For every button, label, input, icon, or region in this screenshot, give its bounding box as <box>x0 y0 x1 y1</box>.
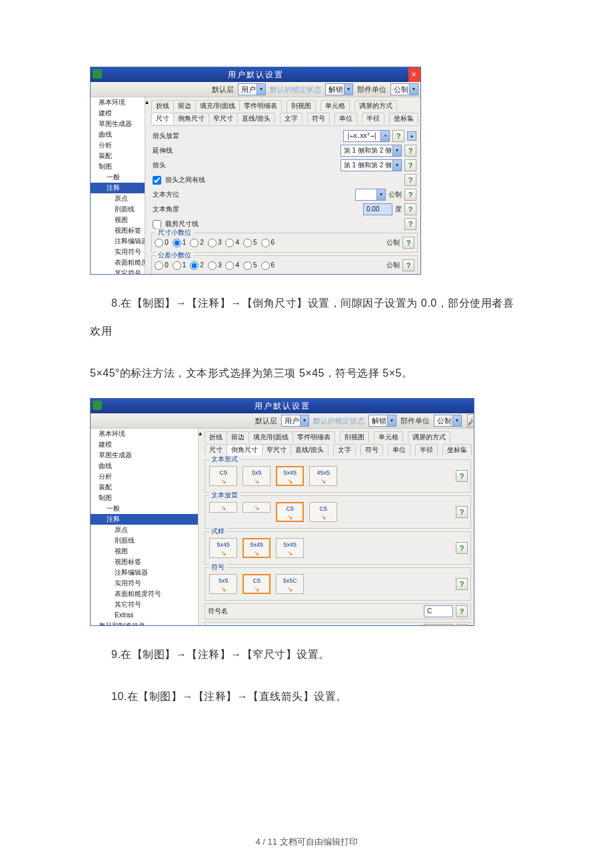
option-chip[interactable]: 5x5↘ <box>243 466 271 486</box>
tree-item[interactable]: 基本环境 <box>91 429 198 439</box>
help-icon[interactable]: ? <box>392 130 404 142</box>
option-chip[interactable]: C5↘ <box>276 502 304 522</box>
tree-item[interactable]: 原点 <box>91 193 145 204</box>
tab[interactable]: 留边 <box>227 431 249 443</box>
help-icon[interactable]: ? <box>402 259 414 271</box>
tab[interactable]: 零件明细表 <box>239 100 282 111</box>
tab[interactable]: 半径 <box>362 113 384 124</box>
tab[interactable]: 单元格 <box>320 100 350 111</box>
gap-checkbox[interactable] <box>153 176 161 185</box>
tab[interactable]: 窄尺寸 <box>262 444 291 455</box>
help-icon[interactable]: ? <box>456 506 468 518</box>
option-chip[interactable]: ↘ <box>209 502 237 513</box>
tb-user-select[interactable]: 用户 <box>238 83 266 95</box>
tab[interactable]: 文字 <box>280 113 303 124</box>
text-dir-select[interactable] <box>355 189 386 201</box>
tb-unlock-select[interactable]: 解锁 <box>368 415 396 427</box>
tree-item[interactable]: 制图 <box>91 161 145 172</box>
tab[interactable]: 零件明细表 <box>293 431 335 443</box>
help-icon[interactable]: ? <box>404 159 416 171</box>
tab[interactable]: 折线 <box>151 100 174 111</box>
tab[interactable]: 符号 <box>360 444 383 455</box>
tab[interactable]: 直线/箭头 <box>237 113 275 124</box>
tree-item[interactable]: Extras <box>91 610 198 621</box>
tree-item[interactable]: 其它符号 <box>91 599 198 610</box>
tree-item[interactable]: 曲线 <box>91 461 198 471</box>
option-chip[interactable]: 5x45↘ <box>209 538 237 558</box>
tab[interactable]: 填充/剖面线 <box>249 431 293 443</box>
tree-item[interactable]: 实用符号 <box>91 578 198 589</box>
trim-checkbox[interactable] <box>153 220 161 229</box>
tab[interactable]: 折线 <box>205 431 227 443</box>
help-icon[interactable]: ? <box>402 237 414 249</box>
tree-item[interactable]: 基本环境 <box>91 97 145 108</box>
option-chip[interactable]: 5x45↘ <box>276 538 304 558</box>
tree-item[interactable]: 剖面线 <box>91 204 145 215</box>
tb-unit-select[interactable]: 公制 <box>434 415 462 427</box>
radio-option[interactable]: 1 <box>173 261 187 270</box>
option-chip[interactable]: ↘ <box>243 502 271 513</box>
symbol-name-input[interactable]: C <box>424 605 453 617</box>
tab[interactable]: 直线/箭头 <box>291 444 328 455</box>
help-icon[interactable]: ? <box>404 203 416 215</box>
sidebar-tree[interactable]: 基本环境建模草图生成器曲线分析装配制图一般注释原点剖面线视图视图标签注释编辑器实… <box>91 429 199 626</box>
tree-item[interactable]: 表面粗糙度符号 <box>91 589 198 599</box>
tree-item[interactable]: 注释 <box>91 183 145 193</box>
text-angle-input[interactable]: 0.00 <box>363 203 392 215</box>
tab[interactable]: 坐标集 <box>442 444 472 455</box>
tree-item[interactable]: 建模 <box>91 439 198 450</box>
tab[interactable]: 留边 <box>173 100 196 111</box>
radio-option[interactable]: 5 <box>243 238 257 247</box>
arrow-place-select[interactable]: |←x.xx²→| <box>343 130 390 142</box>
option-chip[interactable]: 45x5↘ <box>309 466 337 486</box>
arrow-select[interactable]: 第 1 侧和第 2 侧 <box>340 159 402 171</box>
radio-option[interactable]: 3 <box>208 238 222 247</box>
radio-option[interactable]: 6 <box>261 261 275 270</box>
tab[interactable]: 符号 <box>307 113 330 124</box>
scroll-up-icon[interactable]: ▴ <box>407 131 416 141</box>
option-chip[interactable]: C5↘ <box>243 574 271 594</box>
radio-option[interactable]: 5 <box>243 261 257 270</box>
tree-item[interactable]: 视图标签 <box>91 225 145 236</box>
tree-item[interactable]: 注释 <box>91 514 198 525</box>
tree-item[interactable]: 其它符号 <box>91 268 145 275</box>
gap-factor-input[interactable]: 0.0 <box>424 624 453 626</box>
tree-item[interactable]: 实用符号 <box>91 247 145 257</box>
close-icon[interactable]: × <box>408 67 420 82</box>
tree-item[interactable]: 产品和制造信息 <box>91 621 198 626</box>
radio-option[interactable]: 0 <box>155 261 169 270</box>
tab[interactable]: 剖视图 <box>340 431 369 443</box>
tab[interactable]: 尺寸 <box>205 444 227 455</box>
radio-option[interactable]: 0 <box>155 238 169 247</box>
help-icon[interactable]: ? <box>456 542 468 554</box>
tab[interactable]: 单位 <box>334 113 357 124</box>
option-chip[interactable]: 5x45↘ <box>243 538 271 558</box>
tab[interactable]: 单元格 <box>374 431 403 443</box>
tree-item[interactable]: 一般 <box>91 503 198 514</box>
tab[interactable]: 剖视图 <box>287 100 316 111</box>
option-chip[interactable]: 5x5↘ <box>209 574 237 594</box>
tab[interactable]: 坐标集 <box>389 113 418 124</box>
help-icon[interactable]: ? <box>404 145 416 157</box>
radio-option[interactable]: 4 <box>225 261 239 270</box>
help-icon[interactable]: ? <box>456 578 468 590</box>
tab[interactable]: 调屏的方式 <box>354 100 397 111</box>
radio-option[interactable]: 2 <box>190 238 204 247</box>
tree-item[interactable]: 装配 <box>91 482 198 493</box>
tree-item[interactable]: 草图生成器 <box>91 119 145 129</box>
tree-item[interactable]: 视图标签 <box>91 557 198 567</box>
tab[interactable]: 填充/剖面线 <box>195 100 240 111</box>
tree-item[interactable]: 装配 <box>91 151 145 161</box>
tree-item[interactable]: 注释编辑器 <box>91 236 145 247</box>
help-icon[interactable]: ? <box>456 605 468 617</box>
tb-unit-select[interactable]: 公制 <box>390 83 418 95</box>
radio-option[interactable]: 1 <box>173 238 187 247</box>
help-icon[interactable]: ? <box>456 470 468 482</box>
extend-select[interactable]: 第 1 侧和第 2 侧 <box>340 145 402 157</box>
tab[interactable]: 文字 <box>333 444 356 455</box>
tab[interactable]: 单位 <box>388 444 410 455</box>
tree-item[interactable]: 一般 <box>91 172 145 183</box>
tree-item[interactable]: 曲线 <box>91 129 145 140</box>
tree-item[interactable]: 表面粗糙度符号 <box>91 257 145 268</box>
tb-unlock-select[interactable]: 解锁 <box>325 83 353 95</box>
